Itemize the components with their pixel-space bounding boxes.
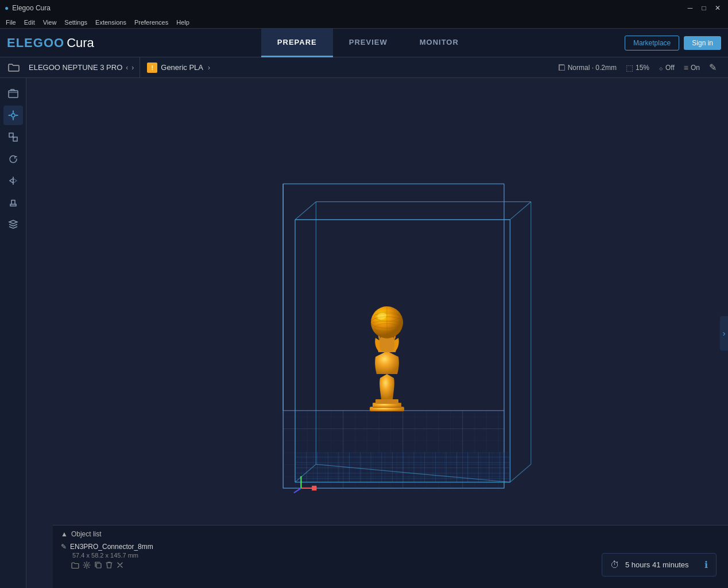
printer-chevron-left[interactable]: ‹ [126, 64, 128, 72]
object-action-more[interactable] [116, 561, 124, 571]
object-list-toggle[interactable]: ▲ [61, 530, 68, 538]
tool-layers[interactable] [3, 215, 23, 234]
object-action-delete[interactable] [106, 561, 113, 571]
svg-point-1 [11, 114, 15, 117]
object-item-name: EN3PRO_Connector_8mm [70, 543, 153, 551]
minimize-button[interactable]: ─ [684, 3, 696, 13]
layers-icon: ⧠ [557, 63, 566, 72]
tool-rotate[interactable] [3, 149, 23, 169]
printer-bar: ELEGOO NEPTUNE 3 PRO ‹ › ! Generic PLA ›… [0, 57, 728, 78]
svg-rect-0 [9, 91, 18, 98]
support-label: Off [665, 64, 675, 72]
logo: ELEGOO Cura [7, 36, 94, 50]
tool-scale[interactable] [3, 127, 23, 147]
tab-monitor[interactable]: MONITOR [404, 29, 475, 57]
right-panel-handle[interactable]: › [720, 316, 728, 351]
svg-rect-70 [96, 563, 101, 568]
object-action-duplicate[interactable] [94, 561, 102, 571]
signin-button[interactable]: Sign in [684, 36, 721, 50]
object-list-header: ▲ Object list [61, 530, 720, 538]
tool-support[interactable] [3, 193, 23, 212]
print-settings-section: ⧠ Normal · 0.2mm ⬚ 15% ⬦ Off ≡ On ✎ [551, 57, 723, 78]
header-actions: Marketplace Sign in [625, 36, 721, 50]
title-bar-controls: ─ □ ✕ [684, 3, 723, 13]
print-info-icon[interactable]: ℹ [704, 559, 708, 570]
adhesion-setting[interactable]: ≡ On [684, 63, 700, 72]
menu-settings[interactable]: Settings [61, 18, 91, 27]
menu-bar: File Edit View Settings Extensions Prefe… [0, 16, 728, 29]
print-time-clock-icon: ⏱ [610, 560, 619, 570]
tool-open-file[interactable] [3, 84, 23, 103]
print-quality-setting[interactable]: ⧠ Normal · 0.2mm [557, 63, 617, 72]
printer-name-section: ELEGOO NEPTUNE 3 PRO ‹ › [23, 57, 140, 78]
header: ELEGOO Cura PREPARE PREVIEW MONITOR Mark… [0, 29, 728, 57]
tab-preview[interactable]: PREVIEW [333, 29, 404, 57]
scene-svg [26, 78, 728, 588]
tool-move[interactable] [3, 106, 23, 125]
print-time-label: 5 hours 41 minutes [625, 560, 689, 569]
material-section: ! Generic PLA › [140, 57, 550, 78]
object-edit-icon: ✎ [61, 543, 67, 551]
adhesion-label: On [691, 64, 700, 72]
object-action-settings[interactable] [83, 561, 91, 571]
left-toolbar [0, 78, 26, 588]
printer-chevron-right[interactable]: › [131, 64, 134, 72]
menu-file[interactable]: File [2, 18, 20, 27]
logo-cura: Cura [67, 36, 94, 50]
main-area: › ▲ Object list ✎ EN3PRO_Connector_8mm 5… [0, 78, 728, 588]
menu-extensions[interactable]: Extensions [92, 18, 130, 27]
menu-edit[interactable]: Edit [21, 18, 38, 27]
printer-name-label: ELEGOO NEPTUNE 3 PRO [29, 63, 122, 72]
object-item: ✎ EN3PRO_Connector_8mm [61, 542, 720, 552]
svg-rect-9 [283, 411, 504, 488]
tool-mirror[interactable] [3, 171, 23, 190]
material-icon: ! [147, 63, 157, 73]
header-tabs: PREPARE PREVIEW MONITOR [111, 29, 625, 57]
print-time-panel: ⏱ 5 hours 41 minutes ℹ [602, 553, 717, 577]
menu-view[interactable]: View [40, 18, 60, 27]
tab-prepare[interactable]: PREPARE [261, 29, 333, 57]
infill-setting[interactable]: ⬚ 15% [626, 63, 649, 72]
svg-point-69 [86, 564, 88, 566]
material-name-label: Generic PLA [161, 63, 203, 72]
menu-help[interactable]: Help [173, 18, 193, 27]
close-button[interactable]: ✕ [712, 3, 723, 13]
open-file-button[interactable] [5, 59, 23, 77]
app-icon: ● [5, 4, 9, 12]
print-quality-label: Normal · 0.2mm [568, 64, 617, 72]
object-list-label: Object list [71, 530, 102, 538]
viewport[interactable]: › ▲ Object list ✎ EN3PRO_Connector_8mm 5… [26, 78, 728, 588]
maximize-button[interactable]: □ [698, 3, 710, 13]
adhesion-icon: ≡ [684, 63, 688, 72]
infill-label: 15% [636, 64, 649, 72]
title-bar-title: Elegoo Cura [12, 4, 51, 12]
logo-elegoo: ELEGOO [7, 36, 64, 50]
marketplace-button[interactable]: Marketplace [625, 36, 679, 50]
support-icon: ⬦ [659, 63, 663, 72]
infill-icon: ⬚ [626, 63, 633, 72]
support-setting[interactable]: ⬦ Off [659, 63, 675, 72]
title-bar-left: ● Elegoo Cura [5, 4, 51, 12]
title-bar: ● Elegoo Cura ─ □ ✕ [0, 0, 728, 16]
menu-preferences[interactable]: Preferences [131, 18, 172, 27]
material-chevron-right[interactable]: › [208, 64, 210, 72]
object-action-folder[interactable] [71, 561, 79, 571]
edit-settings-button[interactable]: ✎ [709, 62, 717, 73]
